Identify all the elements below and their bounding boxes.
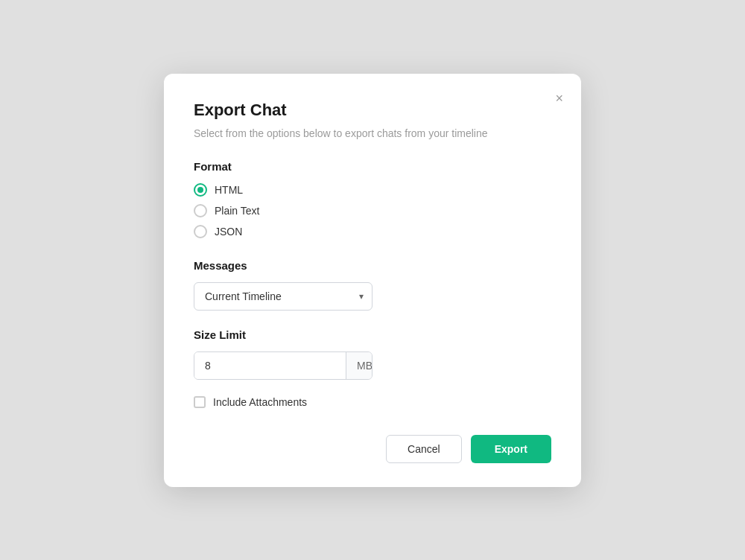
modal-subtitle: Select from the options below to export … <box>194 127 551 139</box>
format-radio-plaintext[interactable] <box>194 204 207 217</box>
size-limit-section-label: Size Limit <box>194 328 551 341</box>
export-chat-modal: × Export Chat Select from the options be… <box>164 74 581 487</box>
format-option-html[interactable]: HTML <box>194 183 551 197</box>
modal-title: Export Chat <box>194 101 551 120</box>
size-limit-input[interactable] <box>194 352 346 379</box>
include-attachments-label[interactable]: Include Attachments <box>194 396 551 408</box>
messages-section-label: Messages <box>194 259 551 272</box>
format-section: Format HTML Plain Text JSON <box>194 160 551 238</box>
size-unit-label: MB <box>346 352 372 379</box>
modal-footer: Cancel Export <box>194 435 551 463</box>
size-limit-input-wrapper: MB <box>194 351 372 380</box>
cancel-button[interactable]: Cancel <box>386 435 462 463</box>
format-option-json[interactable]: JSON <box>194 225 551 238</box>
modal-overlay: × Export Chat Select from the options be… <box>0 0 745 560</box>
format-section-label: Format <box>194 160 551 173</box>
messages-section: Messages Current Timeline All Messages L… <box>194 259 551 311</box>
messages-dropdown-wrapper: Current Timeline All Messages Last 7 Day… <box>194 282 372 311</box>
format-radio-json[interactable] <box>194 225 207 238</box>
format-radio-html[interactable] <box>194 183 207 197</box>
format-option-plaintext[interactable]: Plain Text <box>194 204 551 217</box>
format-label-html: HTML <box>215 184 243 196</box>
format-radio-group: HTML Plain Text JSON <box>194 183 551 238</box>
include-attachments-text: Include Attachments <box>213 396 307 408</box>
close-icon: × <box>555 92 563 105</box>
export-button[interactable]: Export <box>471 435 551 463</box>
close-button[interactable]: × <box>552 89 566 108</box>
format-label-plaintext: Plain Text <box>215 205 259 217</box>
size-limit-section: Size Limit MB <box>194 328 551 380</box>
format-label-json: JSON <box>215 226 242 238</box>
include-attachments-section: Include Attachments <box>194 396 551 408</box>
messages-dropdown[interactable]: Current Timeline All Messages Last 7 Day… <box>194 282 372 311</box>
include-attachments-checkbox[interactable] <box>194 396 206 408</box>
